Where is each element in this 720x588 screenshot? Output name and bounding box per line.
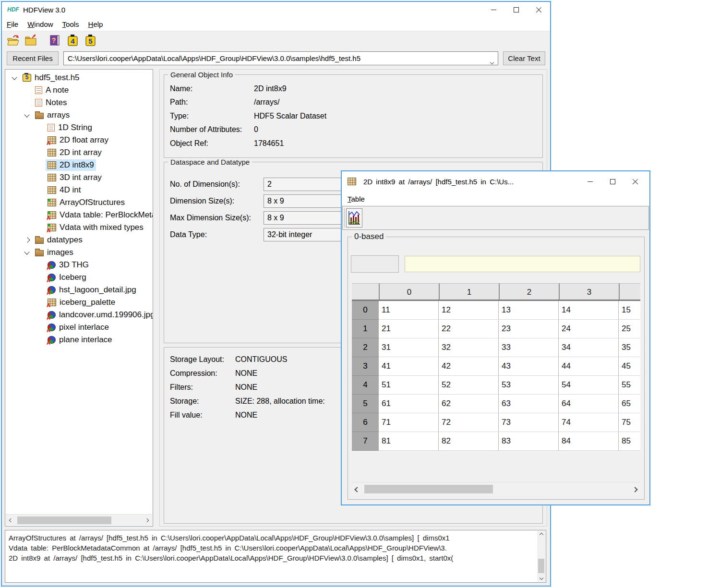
close-file-icon[interactable] (24, 34, 38, 47)
column-header[interactable]: 0 (379, 283, 439, 300)
tree-item-iceberg[interactable]: Iceberg (5, 271, 153, 284)
table-cell[interactable]: 32 (439, 338, 499, 357)
tree-item-3d-thg[interactable]: 3D THG (5, 259, 153, 271)
column-header[interactable]: 2 (499, 283, 559, 300)
tree-expander-icon[interactable] (9, 72, 21, 84)
menu-file[interactable]: File (7, 20, 18, 28)
log-vertical-scrollbar[interactable] (537, 531, 545, 582)
maximize-button[interactable] (601, 171, 624, 192)
file-path-combobox[interactable]: C:\Users\lori.cooper\AppData\Local\Apps\… (63, 51, 498, 65)
scroll-down-icon[interactable] (537, 574, 545, 582)
maximize-button[interactable] (505, 2, 528, 18)
table-cell[interactable]: 62 (439, 395, 499, 413)
column-header[interactable]: 1 (439, 283, 499, 300)
table-cell[interactable]: 81 (379, 432, 439, 451)
table-cell[interactable]: 83 (499, 432, 559, 451)
recent-files-button[interactable]: Recent Files (7, 51, 59, 65)
table-cell[interactable]: 15 (619, 301, 640, 320)
table-cell[interactable]: 75 (619, 413, 640, 432)
table-cell[interactable]: 23 (499, 320, 559, 338)
tree-expander-icon[interactable] (22, 234, 33, 246)
menu-tools[interactable]: Tools (62, 20, 79, 28)
combobox-dropdown-icon[interactable] (491, 57, 493, 65)
scrollbar-thumb[interactable] (364, 485, 493, 493)
table-cell[interactable]: 54 (559, 376, 619, 395)
column-header[interactable]: 4 (619, 283, 640, 300)
table-cell[interactable]: 34 (559, 338, 619, 357)
tree-item-2d-int-array[interactable]: 2D int array (5, 146, 153, 159)
table-cell[interactable]: 31 (379, 338, 439, 357)
row-header[interactable]: 3 (352, 357, 379, 376)
line-chart-icon[interactable] (346, 208, 362, 228)
cell-position-field[interactable] (351, 255, 399, 273)
row-header[interactable]: 6 (352, 413, 379, 432)
row-header[interactable]: 1 (352, 320, 379, 338)
tree-item-arrays[interactable]: arrays (5, 109, 153, 121)
cell-value-field[interactable] (405, 256, 640, 272)
hdf5-icon[interactable]: 5 (84, 34, 97, 47)
scroll-left-icon[interactable] (352, 488, 362, 492)
row-header[interactable]: 2 (352, 338, 379, 357)
table-cell[interactable]: 12 (439, 301, 499, 320)
table-cell[interactable]: 85 (619, 432, 640, 451)
table-cell[interactable]: 64 (559, 395, 619, 413)
tree-expander-icon[interactable] (22, 109, 33, 121)
table-cell[interactable]: 73 (499, 413, 559, 432)
tree-horizontal-scrollbar[interactable] (6, 514, 152, 526)
table-cell[interactable]: 14 (559, 301, 619, 320)
table-cell[interactable]: 53 (499, 376, 559, 395)
scrollbar-thumb[interactable] (17, 516, 111, 524)
table-cell[interactable]: 33 (499, 338, 559, 357)
tree-item-4d-int[interactable]: 4D int (5, 184, 153, 196)
close-button[interactable] (528, 2, 550, 18)
table-cell[interactable]: 43 (499, 357, 559, 376)
tree-expander-icon[interactable] (22, 246, 33, 259)
table-horizontal-scrollbar[interactable] (352, 482, 640, 496)
table-cell[interactable]: 82 (439, 432, 499, 451)
tree-item-notes[interactable]: Notes (5, 96, 153, 109)
scroll-up-icon[interactable] (537, 531, 545, 539)
tree-item-images[interactable]: images (5, 246, 153, 259)
row-header[interactable]: 7 (352, 432, 379, 451)
tree-item-iceberg-palette[interactable]: iceberg_palette (5, 296, 153, 309)
table-cell[interactable]: 21 (379, 320, 439, 338)
scrollbar-thumb[interactable] (538, 559, 544, 573)
table-cell[interactable]: 61 (379, 395, 439, 413)
menu-help[interactable]: Help (88, 20, 103, 28)
table-cell[interactable]: 44 (559, 357, 619, 376)
close-button[interactable] (624, 171, 647, 192)
hdf4-icon[interactable]: 4 (66, 34, 79, 47)
help-book-icon[interactable]: ? (48, 34, 61, 47)
menu-window[interactable]: Window (27, 20, 53, 28)
clear-text-button[interactable]: Clear Text (503, 51, 545, 65)
open-file-icon[interactable] (7, 34, 20, 47)
table-cell[interactable]: 65 (619, 395, 640, 413)
table-cell[interactable]: 84 (559, 432, 619, 451)
table-cell[interactable]: 41 (379, 357, 439, 376)
row-header[interactable]: 4 (352, 376, 379, 395)
tree-item-2d-float-array[interactable]: 2D float array (5, 134, 153, 146)
tree-item-datatypes[interactable]: datatypes (5, 234, 153, 246)
table-cell[interactable]: 24 (559, 320, 619, 338)
table-cell[interactable]: 11 (379, 301, 439, 320)
tree-item-3d-int-array[interactable]: 3D int array (5, 171, 153, 184)
tree-item-a-note[interactable]: A note (5, 84, 153, 96)
tree-item-pixel-interlace[interactable]: pixel interlace (5, 321, 153, 334)
table-cell[interactable]: 42 (439, 357, 499, 376)
table-cell[interactable]: 52 (439, 376, 499, 395)
row-header[interactable]: 0 (352, 301, 379, 320)
tree-item-1d-string[interactable]: 1D String (5, 121, 153, 134)
scroll-right-icon[interactable] (142, 519, 152, 522)
tree-item-arrayofstructures[interactable]: ArrayOfStructures (5, 196, 153, 209)
tree-item-hst-lagoon[interactable]: hst_lagoon_detail.jpg (5, 284, 153, 296)
table-cell[interactable]: 45 (619, 357, 640, 376)
table-cell[interactable]: 63 (499, 395, 559, 413)
tree-item-vdata-mixed[interactable]: Vdata with mixed types (5, 221, 153, 234)
column-header[interactable]: 3 (559, 283, 619, 300)
table-cell[interactable]: 72 (439, 413, 499, 432)
tree-item-plane-interlace[interactable]: plane interlace (5, 334, 153, 346)
row-header[interactable]: 5 (352, 395, 379, 413)
minimize-button[interactable] (579, 171, 601, 192)
scroll-right-icon[interactable] (630, 488, 640, 492)
table-cell[interactable]: 74 (559, 413, 619, 432)
